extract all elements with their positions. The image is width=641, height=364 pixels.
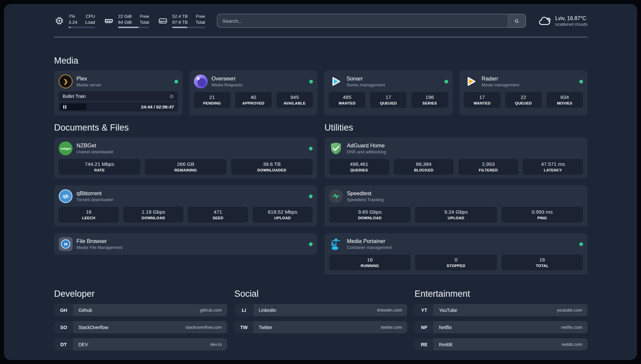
stat-filtered: 2,953 FILTERED: [458, 159, 518, 175]
filebrowser-icon: [59, 237, 73, 251]
stat-queued: 17 QUEUED: [370, 92, 407, 108]
filebrowser-card[interactable]: File Browser Media File Management: [54, 233, 317, 255]
service-name: Overseerr: [212, 76, 243, 82]
stat-remaining: 266 GB REMAINING: [145, 159, 226, 175]
stat-downloaded: 39.6 TB DOWNLOADED: [231, 159, 313, 175]
service-name: Media Portainer: [347, 238, 392, 245]
qbittorrent-card[interactable]: qb qBittorrent Torrent downloader 16 LEE…: [54, 185, 317, 227]
adguard-icon: [329, 141, 343, 155]
utilities-section: Utilities AdGuard Home: [324, 123, 588, 274]
bookmark-linkedin[interactable]: LI LinkedIn linkedin.com: [234, 304, 408, 316]
disk-icon: [158, 15, 168, 26]
stat-ping: 0.993 ms PING: [502, 207, 583, 223]
service-name: AdGuard Home: [347, 142, 386, 149]
search-bar: G: [217, 14, 526, 28]
playback-progress-bar: 24:44 / 02:06:47: [59, 102, 178, 111]
service-name: Radarr: [482, 76, 519, 82]
now-playing: Bullet Train ⚙ 24:44 / 02:06:47: [59, 91, 178, 111]
cpu-widget: 7% 3.24 CPU Load: [54, 14, 95, 28]
memory-free: 22 GiB: [118, 14, 132, 19]
bookmarks-developer: Developer GH Github github.com SO StackO…: [54, 289, 227, 350]
stat-download: 1.19 Gbps DOWNLOAD: [123, 207, 183, 223]
stat-upload: 9.24 Gbps UPLOAD: [415, 207, 497, 223]
plex-card[interactable]: ❯ Plex Media server Bullet Train ⚙ 24:44…: [54, 71, 183, 115]
service-description: Usenet downloader: [76, 149, 113, 154]
status-indicator: [309, 147, 313, 150]
now-playing-title: Bullet Train: [63, 94, 86, 99]
disk-total: 97.9 TB: [172, 19, 188, 25]
stat-rate: 744.21 Mbps RATE: [59, 159, 140, 175]
cpu-load: 3.24: [69, 19, 77, 25]
status-indicator: [579, 80, 583, 83]
status-indicator: [309, 242, 313, 246]
search-input[interactable]: [217, 14, 508, 27]
stat-latency: 47.571 ms LATENCY: [523, 159, 583, 175]
service-name: Sonarr: [347, 76, 385, 82]
service-name: NZBGet: [76, 142, 113, 149]
disk-widget: 52.4 TB 97.9 TB Free Total: [158, 14, 205, 28]
qbittorrent-icon: qb: [59, 189, 73, 203]
stat-wanted: 485 WANTED: [329, 92, 365, 108]
bookmark-stackoverflow[interactable]: SO StackOverflow stackoverflow.com: [54, 321, 227, 333]
stat-available: 945 AVAILABLE: [276, 92, 313, 108]
portainer-card[interactable]: Media Portainer Container management 16 …: [324, 233, 588, 274]
resource-widgets: 7% 3.24 CPU Load: [54, 14, 205, 28]
stat-download: 9.65 Gbps DOWNLOAD: [329, 207, 411, 223]
speedtest-card[interactable]: Speedtest Speedtest Tracking 9.65 Gbps D…: [324, 185, 588, 227]
bookmark-youtube[interactable]: YT YouTube youtube.com: [414, 304, 588, 316]
service-description: Series management: [347, 82, 385, 87]
cpu-icon: [54, 15, 65, 26]
service-description: Movie management: [482, 82, 519, 87]
stat-approved: 40 APPROVED: [235, 92, 272, 108]
bookmarks-social: Social LI LinkedIn linkedin.com TW Twitt…: [234, 289, 408, 350]
status-indicator: [444, 80, 448, 83]
stat-total: 16 TOTAL: [502, 255, 583, 270]
plex-icon: ❯: [59, 75, 73, 88]
section-title-documents: Documents & Files: [54, 123, 317, 133]
portainer-icon: [329, 237, 343, 251]
documents-section: Documents & Files nzbget NZBGet Usenet d…: [54, 123, 317, 274]
radarr-icon: [464, 75, 478, 88]
search-provider-button[interactable]: G: [508, 14, 526, 27]
nzbget-icon: nzbget: [59, 141, 73, 155]
stat-upload: 618.52 Mbps UPLOAD: [253, 207, 313, 223]
service-description: DNS and adblocking: [347, 149, 386, 154]
radarr-card[interactable]: Radarr Movie management 17 WANTED 22 QUE…: [459, 71, 588, 115]
dashboard-window: 7% 3.24 CPU Load: [4, 4, 637, 360]
disk-progress-bar: [172, 27, 205, 28]
memory-progress-bar: [118, 27, 149, 28]
sonarr-card[interactable]: Sonarr Series management 485 WANTED 17 Q…: [324, 71, 453, 115]
section-title-media: Media: [54, 56, 588, 66]
speedtest-icon: [329, 189, 343, 203]
stat-seed: 471 SEED: [188, 207, 248, 223]
status-indicator: [309, 195, 313, 198]
section-title-social: Social: [234, 289, 408, 299]
service-description: Speedtest Tracking: [347, 197, 383, 202]
bookmark-reddit[interactable]: RE Reddit reddit.com: [414, 338, 588, 350]
weather-location-temp: Lviv, 16.87°C: [555, 15, 588, 22]
service-description: Media Requests: [212, 82, 243, 87]
stat-wanted: 17 WANTED: [464, 92, 501, 108]
nzbget-card[interactable]: nzbget NZBGet Usenet downloader 744.21 M…: [54, 137, 317, 179]
overseerr-card[interactable]: Overseerr Media Requests 21 PENDING 40 A…: [189, 71, 318, 115]
bookmark-github[interactable]: GH Github github.com: [54, 304, 227, 316]
service-description: Media server: [76, 82, 101, 87]
service-name: Plex: [76, 76, 101, 82]
service-name: File Browser: [76, 238, 122, 245]
memory-total: 64 GiB: [118, 19, 132, 25]
header-divider: [54, 37, 588, 37]
bookmark-twitter[interactable]: TW Twitter twitter.com: [234, 321, 408, 333]
bookmark-netflix[interactable]: NF Netflix netflix.com: [414, 321, 588, 333]
stat-queued: 22 QUEUED: [505, 92, 542, 108]
disk-free: 52.4 TB: [172, 14, 188, 19]
adguard-card[interactable]: AdGuard Home DNS and adblocking 498,461 …: [324, 137, 588, 179]
service-description: Media File Management: [76, 245, 122, 250]
service-description: Container management: [347, 245, 392, 250]
bookmark-dev[interactable]: DT DEV dev.to: [54, 338, 227, 350]
overseerr-icon: [194, 75, 208, 88]
playback-time: 24:44 / 02:06:47: [141, 105, 178, 109]
service-name: qBittorrent: [76, 190, 113, 197]
stat-stopped: 0 STOPPED: [415, 255, 497, 270]
sonarr-icon: [329, 75, 343, 88]
top-bar: 7% 3.24 CPU Load: [54, 13, 588, 29]
